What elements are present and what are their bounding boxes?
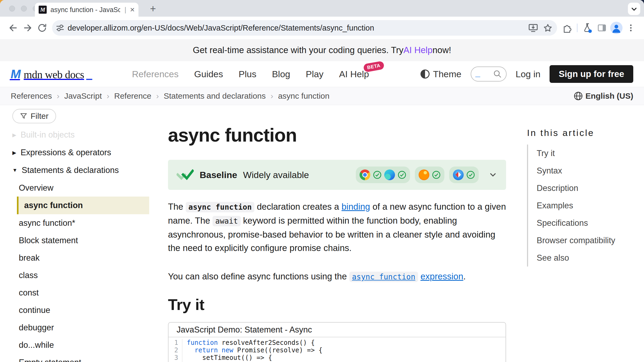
toc-title: In this article <box>527 128 633 138</box>
minimize-window-button[interactable] <box>21 6 27 12</box>
mdn-header: M mdn web docs _ ReferencesGuidesPlusBlo… <box>0 61 644 87</box>
nav-plus[interactable]: Plus <box>239 69 256 79</box>
toc-item-browser-compatibility[interactable]: Browser compatibility <box>537 232 633 249</box>
toc-item-try-it[interactable]: Try it <box>537 145 633 162</box>
site-settings-icon[interactable] <box>55 23 65 33</box>
text-link-expression[interactable]: expression <box>420 271 463 281</box>
sidebar-item-async-function[interactable]: async function <box>17 197 149 214</box>
breadcrumb-item-references[interactable]: References <box>11 91 52 101</box>
chevron-collapsed-icon: ▶ <box>12 150 16 156</box>
baseline-banner[interactable]: Baseline Widely available <box>168 160 506 190</box>
ai-help-banner-link[interactable]: AI Help <box>404 45 433 55</box>
filter-button[interactable]: Filter <box>12 109 56 123</box>
sidebar-group-statements-declarations[interactable]: ▼Statements & declarations <box>12 161 149 179</box>
funnel-icon <box>20 112 27 120</box>
tab-search-button[interactable] <box>628 3 640 15</box>
browser-tab[interactable]: M async function - JavaScript | × <box>35 3 138 17</box>
address-bar[interactable]: developer.allizom.org/en-US/docs/Web/Jav… <box>52 20 557 36</box>
promo-banner: Get real-time assistance with your codin… <box>0 39 644 61</box>
extensions-button[interactable] <box>560 21 574 35</box>
forward-button[interactable] <box>20 21 35 35</box>
nav-play[interactable]: Play <box>306 69 323 79</box>
browser-menu-button[interactable] <box>624 21 638 35</box>
url-text[interactable]: developer.allizom.org/en-US/docs/Web/Jav… <box>68 24 526 32</box>
mdn-logo-cursor: _ <box>86 69 92 81</box>
nav-ai-help[interactable]: AI HelpBETA <box>339 69 369 79</box>
language-switcher[interactable]: English (US) <box>574 91 633 101</box>
bookmark-button[interactable] <box>540 21 555 35</box>
browser-group <box>449 167 479 183</box>
breadcrumb-item-javascript[interactable]: JavaScript <box>64 91 102 101</box>
sidebar-item-async-function[interactable]: async function* <box>12 214 149 232</box>
breadcrumb-item-reference[interactable]: Reference <box>114 91 151 101</box>
theme-label: Theme <box>433 69 462 79</box>
close-window-button[interactable] <box>9 6 15 12</box>
nav-references[interactable]: References <box>132 69 179 79</box>
expression-paragraph: You can also define async functions usin… <box>168 270 506 284</box>
sidebar-group-expressions-operators[interactable]: ▶Expressions & operators <box>12 144 149 161</box>
code-token: return <box>195 346 218 354</box>
browser-support-icons <box>356 167 479 183</box>
reload-button[interactable] <box>35 21 49 35</box>
toc-list: Try itSyntaxDescriptionExamplesSpecifica… <box>527 145 633 267</box>
sidebar-item-const[interactable]: const <box>12 284 149 301</box>
sidebar-item-block-statement[interactable]: Block statement <box>12 232 149 249</box>
nav-label: Plus <box>239 69 256 79</box>
sidebar-item-overview[interactable]: Overview <box>12 179 149 197</box>
login-link[interactable]: Log in <box>516 69 541 79</box>
line-number: 2 <box>169 346 182 354</box>
nav-label: Blog <box>272 69 290 79</box>
nav-label: Guides <box>194 69 223 79</box>
install-app-button[interactable] <box>526 21 540 35</box>
signup-button[interactable]: Sign up for free <box>550 65 633 83</box>
tab-close-icon[interactable]: × <box>130 6 135 14</box>
sidebar-item-class[interactable]: class <box>12 267 149 284</box>
sidebar-group-built-in-objects[interactable]: ▶Built-in objects <box>12 126 149 144</box>
beta-badge: BETA <box>363 61 385 72</box>
browser-group <box>356 167 410 183</box>
new-tab-button[interactable]: + <box>147 3 159 14</box>
toc-item-examples[interactable]: Examples <box>537 197 633 214</box>
check-icon <box>373 171 382 179</box>
theme-switcher[interactable]: Theme <box>420 69 462 79</box>
profile-button[interactable] <box>609 21 624 35</box>
check-icon <box>398 171 406 179</box>
code-token: new <box>222 346 233 354</box>
code-editor[interactable]: 1function resolveAfter2Seconds() {2 retu… <box>169 337 506 362</box>
side-panel-button[interactable] <box>595 21 609 35</box>
site-search-input[interactable]: _ <box>471 67 507 82</box>
text-link-binding[interactable]: binding <box>342 202 370 212</box>
page-title: async function <box>168 124 506 146</box>
toc-item-description[interactable]: Description <box>537 179 633 197</box>
toc-item-syntax[interactable]: Syntax <box>537 162 633 179</box>
experiments-button[interactable] <box>580 21 595 35</box>
breadcrumb-item-statements-and-declarations[interactable]: Statements and declarations <box>164 91 266 101</box>
sidebar-item-empty-statement[interactable]: Empty statement <box>12 354 149 362</box>
sidebar-item-break[interactable]: break <box>12 249 149 267</box>
tab-title-separator: | <box>125 6 126 14</box>
toolbar-divider <box>577 24 577 32</box>
breadcrumb-separator: › <box>156 91 159 101</box>
chevron-down-icon <box>488 170 497 179</box>
inline-code: await <box>213 216 240 226</box>
toc-item-see-also[interactable]: See also <box>537 249 633 267</box>
breadcrumb-item-async-function[interactable]: async function <box>278 91 330 101</box>
toc-item-specifications[interactable]: Specifications <box>537 214 633 232</box>
browser-toolbar: developer.allizom.org/en-US/docs/Web/Jav… <box>0 17 644 39</box>
interactive-example: JavaScript Demo: Statement - Async 1func… <box>168 322 506 362</box>
sidebar-item-do-while[interactable]: do...while <box>12 336 149 354</box>
baseline-status: Widely available <box>243 170 309 180</box>
sidebar-item-continue[interactable]: continue <box>12 301 149 319</box>
globe-icon <box>574 91 583 101</box>
nav-label: Play <box>306 69 323 79</box>
baseline-expand-button[interactable] <box>488 170 497 179</box>
nav-blog[interactable]: Blog <box>272 69 290 79</box>
mdn-logo[interactable]: M mdn web docs _ <box>11 67 92 81</box>
sidebar-item-debugger[interactable]: debugger <box>12 319 149 336</box>
line-number: 3 <box>169 354 182 361</box>
back-button[interactable] <box>6 21 20 35</box>
nav-guides[interactable]: Guides <box>194 69 223 79</box>
code-link-async-function[interactable]: async function <box>349 272 418 282</box>
code-text: function resolveAfter2Seconds() { <box>182 339 315 346</box>
code-line-1: 1function resolveAfter2Seconds() { <box>169 339 506 346</box>
